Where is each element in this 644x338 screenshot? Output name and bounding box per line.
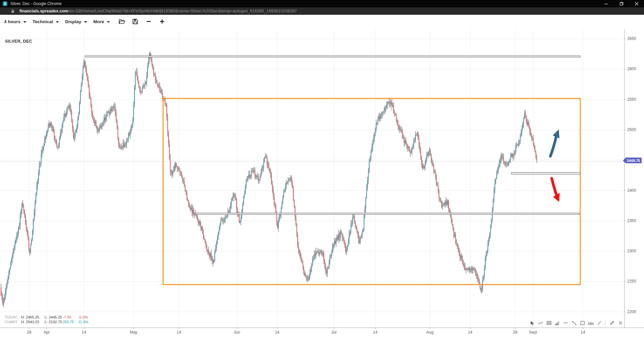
time-tick-label: Aug bbox=[426, 330, 433, 335]
fan-lines-icon bbox=[555, 320, 560, 326]
trend-line-tool[interactable] bbox=[571, 319, 577, 327]
today-low: L: 2445.25 bbox=[45, 315, 62, 319]
today-high: H: 2465.25 bbox=[21, 315, 39, 319]
trend-line-icon bbox=[572, 320, 577, 326]
pointer-arrow-tool[interactable] bbox=[529, 319, 535, 327]
chart-label: CHART: bbox=[5, 320, 18, 324]
curve-line-tool[interactable] bbox=[537, 319, 544, 327]
toolbar-divider bbox=[605, 321, 606, 326]
time-tick-label: 14 bbox=[581, 330, 585, 335]
pencil-tool-icon bbox=[609, 320, 615, 326]
fan-lines-tool[interactable] bbox=[554, 319, 560, 327]
pointer-arrow-icon bbox=[530, 320, 535, 326]
time-tick-label: 28 bbox=[513, 330, 517, 335]
price-tick-label: 2400 bbox=[627, 188, 636, 193]
chart-low: L: 2192.75 bbox=[45, 320, 62, 324]
time-tick-label: 28 bbox=[27, 330, 31, 335]
price-tick-label: 2550 bbox=[627, 97, 636, 102]
time-tick-label: Apr bbox=[44, 330, 50, 335]
diagonal-line-icon bbox=[597, 320, 602, 326]
table-grid-icon bbox=[546, 320, 552, 326]
time-tick-label: 14 bbox=[177, 330, 181, 335]
time-tick-label: 14 bbox=[468, 330, 472, 335]
price-tick-label: 2650 bbox=[627, 36, 636, 41]
horizontal-line-icon bbox=[563, 320, 568, 326]
remove-tool-icon bbox=[618, 320, 623, 326]
browser-window: S Silver, Dec - Google Chrome bbox=[0, 0, 644, 338]
candlestick-chart-canvas[interactable] bbox=[0, 0, 644, 338]
time-tick-label: May bbox=[130, 330, 138, 335]
symbol-label: SILVER, DEC bbox=[5, 39, 32, 44]
time-tick-label: Jul bbox=[331, 330, 336, 335]
session-stats: TODAY: H: 2465.25 L: 2445.25 -7.00 -0.3%… bbox=[0, 315, 107, 325]
chart-range-pct: 11.4% bbox=[78, 320, 88, 324]
price-tick-label: 2300 bbox=[627, 249, 636, 253]
pencil-tool[interactable] bbox=[609, 319, 615, 327]
time-tick-label: Jun bbox=[234, 330, 240, 335]
today-change-pct: -0.3% bbox=[78, 315, 88, 319]
chart-stats-row: CHART: H: 2643.25 L: 2192.75 250.75 11.4… bbox=[0, 320, 107, 325]
last-price-badge: 2449.75 bbox=[625, 158, 642, 163]
time-tick-label: 14 bbox=[82, 330, 86, 335]
price-tick-label: 2600 bbox=[627, 67, 636, 71]
price-tick-label: 2250 bbox=[627, 279, 636, 284]
time-tick-label: 14 bbox=[275, 330, 279, 335]
time-tick-label: Sept bbox=[529, 330, 537, 335]
horizontal-line-tool[interactable] bbox=[562, 319, 569, 327]
today-label: TODAY: bbox=[5, 315, 18, 319]
price-tick-label: 2200 bbox=[627, 309, 636, 314]
today-stats-row: TODAY: H: 2465.25 L: 2445.25 -7.00 -0.3% bbox=[0, 315, 107, 320]
text-abc-tool[interactable]: Abc bbox=[588, 319, 594, 327]
table-grid-tool[interactable] bbox=[546, 319, 552, 327]
chart-high: H: 2643.25 bbox=[21, 320, 39, 324]
time-tick-label: 14 bbox=[373, 330, 377, 335]
drawing-toolbar: Abc bbox=[529, 319, 624, 327]
chart-range: 250.75 bbox=[63, 320, 74, 324]
remove-tool[interactable] bbox=[617, 319, 624, 327]
price-tick-label: 2350 bbox=[627, 218, 636, 223]
rectangle-tool[interactable] bbox=[579, 319, 586, 327]
rectangle-icon bbox=[580, 320, 585, 326]
price-tick-label: 2500 bbox=[627, 127, 636, 132]
text-tool-icon: Abc bbox=[588, 321, 594, 325]
diagonal-line-tool[interactable] bbox=[596, 319, 602, 327]
curve-line-icon bbox=[538, 320, 543, 326]
today-change: -7.00 bbox=[63, 315, 71, 319]
